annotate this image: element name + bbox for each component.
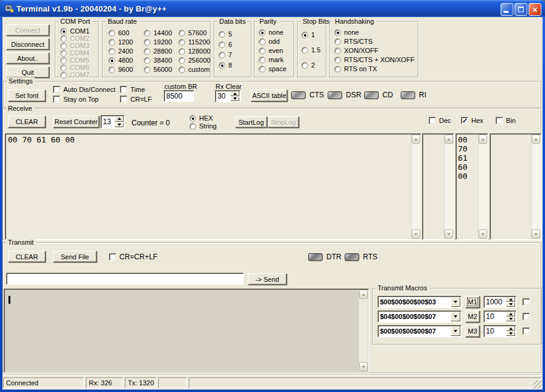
radio-parity-none[interactable]: none: [259, 29, 283, 36]
macro3-interval-spinner[interactable]: 10: [483, 325, 516, 337]
checkbox-dec[interactable]: Dec: [429, 117, 451, 124]
dtr-led-icon[interactable]: [308, 253, 323, 261]
radio-circle[interactable]: [219, 62, 225, 69]
checkbox-box[interactable]: [109, 253, 116, 261]
radio-stopbits-1[interactable]: 1: [301, 31, 315, 38]
macro3-repeat-checkbox[interactable]: [522, 327, 530, 335]
checkbox-box[interactable]: [461, 117, 468, 124]
radio-circle[interactable]: [334, 66, 341, 72]
transmit-editor-scrollbar[interactable]: [359, 290, 368, 371]
radio-baud-14400[interactable]: 14400: [144, 29, 172, 37]
radio-com1-circle[interactable]: [60, 28, 67, 35]
disconnect-button[interactable]: Disconnect: [6, 38, 49, 50]
radio-baud-128000[interactable]: 128000: [178, 47, 211, 55]
radio-baud-4800[interactable]: 4800: [108, 57, 133, 64]
spin-up-button[interactable]: [506, 297, 515, 302]
macro1-interval-spinner[interactable]: 1000: [483, 296, 516, 308]
scroll-up-icon[interactable]: [479, 135, 487, 144]
receive-bin-column[interactable]: [490, 133, 541, 240]
radio-circle[interactable]: [259, 47, 265, 54]
radio-baud-9600[interactable]: 9600: [108, 66, 133, 73]
macro1-dropdown[interactable]: $00$00$00$00$03: [378, 296, 462, 308]
radio-parity-mark[interactable]: mark: [259, 56, 283, 63]
radio-circle[interactable]: [259, 57, 265, 63]
radio-circle[interactable]: [108, 30, 115, 37]
checkbox-cr-lf[interactable]: CR=LF: [120, 96, 152, 103]
spin-up-button[interactable]: [506, 326, 515, 331]
radio-circle[interactable]: [178, 30, 185, 37]
dec-column-scrollbar[interactable]: [444, 135, 453, 239]
radio-baud-1200[interactable]: 1200: [108, 38, 133, 46]
checkbox-bin[interactable]: Bin: [496, 117, 516, 124]
checkbox-box[interactable]: [120, 96, 127, 103]
radio-circle[interactable]: [301, 32, 308, 38]
resize-grip[interactable]: [533, 380, 541, 388]
checkbox-auto-disconnect[interactable]: Auto Dis/Connect: [53, 86, 116, 93]
checkbox-box[interactable]: [120, 86, 127, 93]
minimize-button[interactable]: [501, 3, 513, 16]
radio-hs-rts-on-tx[interactable]: RTS on TX: [334, 65, 377, 72]
checkbox-cr-cr-lf[interactable]: CR=CR+LF: [109, 253, 158, 261]
radio-circle[interactable]: [108, 48, 115, 55]
macro3-dropdown[interactable]: $00$00$00$00$07: [378, 325, 462, 337]
rts-led-icon[interactable]: [345, 253, 359, 261]
radio-circle[interactable]: [301, 47, 308, 54]
radio-display-string[interactable]: String: [189, 122, 217, 130]
receive-scrollbar[interactable]: [411, 135, 420, 239]
scroll-up-icon[interactable]: [445, 135, 453, 144]
receive-clear-button[interactable]: CLEAR: [8, 116, 46, 128]
m3-button[interactable]: M3: [465, 325, 480, 337]
bin-column-scrollbar[interactable]: [531, 135, 540, 239]
receive-dec-column[interactable]: [422, 133, 454, 240]
radio-circle[interactable]: [108, 39, 115, 46]
radio-circle[interactable]: [334, 29, 341, 36]
spin-up-button[interactable]: [506, 312, 515, 317]
radio-circle[interactable]: [144, 66, 150, 73]
hex-column-scrollbar[interactable]: [478, 135, 487, 239]
checkbox-box[interactable]: [53, 96, 60, 103]
scroll-down-icon[interactable]: [532, 229, 540, 239]
spin-up-button[interactable]: [230, 91, 239, 96]
spin-down-button[interactable]: [230, 97, 239, 102]
radio-baud-600[interactable]: 600: [108, 29, 129, 37]
checkbox-stay-on-top[interactable]: Stay on Top: [53, 96, 99, 103]
radio-stopbits-2[interactable]: 2: [301, 61, 315, 69]
receive-hex-column[interactable]: 00 70 61 60 00: [455, 133, 488, 240]
custom-br-input[interactable]: [164, 90, 194, 102]
radio-databits-7[interactable]: 7: [219, 51, 232, 58]
radio-baud-57600[interactable]: 57600: [178, 29, 207, 37]
scroll-down-icon[interactable]: [412, 229, 420, 239]
scroll-down-icon[interactable]: [445, 229, 453, 239]
radio-circle[interactable]: [259, 66, 265, 72]
radio-circle[interactable]: [144, 30, 150, 37]
scroll-down-icon[interactable]: [479, 229, 487, 239]
radio-baud-19200[interactable]: 19200: [144, 38, 172, 46]
radio-baud-custom[interactable]: custom: [178, 66, 209, 73]
radio-circle[interactable]: [219, 41, 225, 48]
radio-circle[interactable]: [189, 123, 196, 130]
scroll-down-icon[interactable]: [359, 362, 368, 371]
radio-databits-5[interactable]: 5: [219, 30, 232, 38]
radio-baud-2400[interactable]: 2400: [108, 47, 133, 55]
radio-baud-256000[interactable]: 256000: [178, 57, 211, 64]
radio-hs-rtscts-xonxoff[interactable]: RTS/CTS + XON/XOFF: [334, 56, 415, 63]
radio-circle[interactable]: [219, 52, 225, 58]
macro2-repeat-checkbox[interactable]: [522, 313, 530, 320]
scroll-up-icon[interactable]: [412, 135, 420, 144]
spin-down-button[interactable]: [506, 332, 515, 337]
radio-baud-56000[interactable]: 56000: [144, 66, 172, 73]
radio-circle[interactable]: [189, 115, 196, 122]
radio-baud-38400[interactable]: 38400: [144, 57, 172, 64]
scroll-up-icon[interactable]: [359, 290, 368, 299]
send-button[interactable]: -> Send: [248, 273, 287, 285]
radio-circle[interactable]: [144, 39, 150, 46]
transmit-input[interactable]: [6, 273, 244, 285]
radio-baud-115200[interactable]: 115200: [178, 38, 210, 46]
checkbox-box[interactable]: [496, 117, 503, 124]
spin-up-button[interactable]: [114, 116, 124, 122]
close-button[interactable]: ×: [529, 3, 541, 16]
spin-down-button[interactable]: [506, 317, 515, 322]
radio-databits-8[interactable]: 8: [219, 61, 232, 69]
checkbox-box[interactable]: [429, 117, 436, 124]
radio-baud-28800[interactable]: 28800: [144, 47, 172, 55]
